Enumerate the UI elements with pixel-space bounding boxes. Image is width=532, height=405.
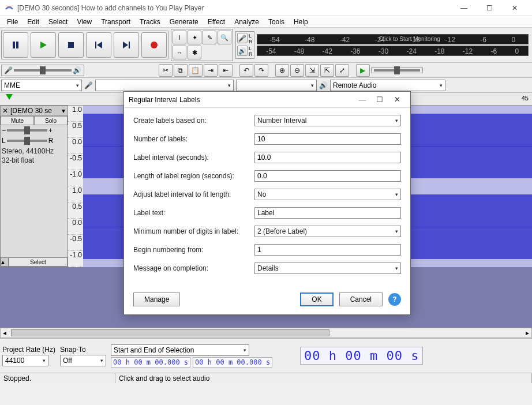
svg-marker-2 <box>40 42 47 48</box>
playback-speed[interactable] <box>371 68 423 73</box>
play-button[interactable] <box>31 32 56 58</box>
horizontal-scrollbar[interactable]: ◂▸ <box>0 328 532 338</box>
app-icon <box>5 3 14 13</box>
digits-label: Minimum number of digits in label: <box>133 227 254 235</box>
select-track-button[interactable]: Select <box>9 257 68 267</box>
based-on-label: Create labels based on: <box>133 117 254 125</box>
menu-tracks[interactable]: Tracks <box>135 17 165 27</box>
fit-selection-button[interactable]: ⇲ <box>305 64 319 77</box>
trim-button[interactable]: ⇥ <box>204 64 218 77</box>
silence-button[interactable]: ⇤ <box>219 64 233 77</box>
cut-button[interactable]: ✂ <box>159 64 173 77</box>
audio-host-combo[interactable]: MME <box>1 80 82 91</box>
menu-help[interactable]: Help <box>289 17 313 27</box>
fit-project-button[interactable]: ⇱ <box>320 64 334 77</box>
snap-to-label: Snap-To <box>60 346 106 354</box>
tools-toolbar: I ✦ ✎ 🔍 ↔ ✱ <box>171 29 233 61</box>
selection-start-time[interactable]: 00 h 00 m 00.000 s <box>111 357 190 367</box>
menu-tools[interactable]: Tools <box>264 17 289 27</box>
begin-input[interactable] <box>254 244 401 256</box>
zoom-tool[interactable]: 🔍 <box>218 31 231 44</box>
status-bar: Stopped. Click and drag to select audio <box>0 373 532 383</box>
playhead-icon[interactable] <box>6 94 13 100</box>
ok-button[interactable]: OK <box>300 292 333 306</box>
based-on-combo[interactable]: Number Interval <box>254 115 401 126</box>
menubar: File Edit Select View Transport Tracks G… <box>0 16 532 28</box>
speaker-icon: 🔊 <box>319 81 328 89</box>
svg-rect-7 <box>129 42 130 48</box>
project-rate-label: Project Rate (Hz) <box>2 346 55 354</box>
completion-combo[interactable]: Details <box>254 262 401 274</box>
label-text-input[interactable] <box>254 207 401 219</box>
manage-button[interactable]: Manage <box>133 292 180 306</box>
collapse-button[interactable]: ▴ <box>1 257 9 267</box>
menu-transport[interactable]: Transport <box>96 17 135 27</box>
selection-mode-combo[interactable]: Start and End of Selection <box>111 344 249 356</box>
svg-rect-0 <box>13 42 15 48</box>
adjust-combo[interactable]: No <box>254 189 401 200</box>
zoom-in-button[interactable]: ⊕ <box>275 64 289 77</box>
completion-label: Message on completion: <box>133 264 254 272</box>
copy-button[interactable]: ⧉ <box>174 64 188 77</box>
record-button[interactable] <box>141 32 167 58</box>
skip-end-button[interactable] <box>114 32 139 58</box>
recording-channels-combo[interactable] <box>236 80 317 91</box>
cancel-button[interactable]: Cancel <box>339 292 383 306</box>
help-button[interactable]: ? <box>388 293 401 306</box>
digits-combo[interactable]: 2 (Before Label) <box>254 226 401 237</box>
draw-tool[interactable]: ✎ <box>203 31 216 44</box>
menu-file[interactable]: File <box>2 17 23 27</box>
snap-to-combo[interactable]: Off <box>60 355 106 366</box>
selection-end-time[interactable]: 00 h 00 m 00.000 s <box>193 357 272 367</box>
mic-icon: 🎤 <box>84 81 93 89</box>
timeshift-tool[interactable]: ↔ <box>173 46 186 59</box>
track-close-button[interactable]: ✕ <box>1 107 9 115</box>
interval-input[interactable] <box>254 152 401 163</box>
mixer-edit-toolbar: 🎤🔊 ✂ ⧉ 📋 ⇥ ⇤ ↶ ↷ ⊕ ⊖ ⇲ ⇱ ⤢ ▶ <box>0 63 532 78</box>
recording-volume[interactable]: 🎤🔊 <box>1 65 84 76</box>
zoom-toggle-button[interactable]: ⤢ <box>335 64 349 77</box>
project-rate-combo[interactable]: 44100 <box>2 355 48 366</box>
playback-meter[interactable]: -54-48-42-36-30-24-18-12-60 <box>257 46 529 56</box>
selection-tool[interactable]: I <box>173 31 186 44</box>
dialog-close-button[interactable]: ✕ <box>388 95 406 104</box>
track-control-panel: ✕ [DEMO 30 se ▾ Mute Solo −+ LR Stereo, … <box>0 106 68 267</box>
gain-slider[interactable]: −+ <box>1 125 68 136</box>
num-labels-input[interactable] <box>254 133 401 145</box>
undo-button[interactable]: ↶ <box>239 64 253 77</box>
adjust-label: Adjust label interval to fit length: <box>133 190 254 198</box>
audio-position-time[interactable]: 00 h 00 m 00 s <box>300 347 423 365</box>
play-at-speed-button[interactable]: ▶ <box>356 64 370 77</box>
region-input[interactable] <box>254 170 401 182</box>
multi-tool[interactable]: ✱ <box>188 46 201 59</box>
minimize-button[interactable]: — <box>451 0 477 16</box>
vertical-scale: 1.00.50.0-0.5-1.0 <box>68 106 83 186</box>
recording-meter[interactable]: Click to Start Monitoring -54-48-42-24-1… <box>257 34 529 44</box>
pause-button[interactable] <box>3 32 28 58</box>
menu-select[interactable]: Select <box>44 17 72 27</box>
playback-device-combo[interactable]: Remote Audio <box>330 80 445 91</box>
track-bit-depth: 32-bit float <box>2 156 66 166</box>
redo-button[interactable]: ↷ <box>254 64 268 77</box>
dialog-minimize-button[interactable]: — <box>354 95 371 104</box>
recording-device-combo[interactable] <box>95 80 234 91</box>
track-menu-button[interactable]: ▾ <box>60 107 67 115</box>
mute-button[interactable]: Mute <box>1 116 34 125</box>
solo-button[interactable]: Solo <box>34 116 68 125</box>
zoom-out-button[interactable]: ⊖ <box>290 64 304 77</box>
menu-analyze[interactable]: Analyze <box>230 17 264 27</box>
track-name[interactable]: [DEMO 30 se <box>9 107 60 115</box>
menu-effect[interactable]: Effect <box>203 17 230 27</box>
pan-slider[interactable]: LR <box>1 136 68 146</box>
paste-button[interactable]: 📋 <box>189 64 203 77</box>
svg-marker-5 <box>97 42 102 48</box>
menu-generate[interactable]: Generate <box>165 17 203 27</box>
dialog-maximize-button[interactable]: ☐ <box>371 95 388 104</box>
maximize-button[interactable]: ☐ <box>477 0 502 16</box>
stop-button[interactable] <box>58 32 84 58</box>
close-button[interactable]: ✕ <box>502 0 527 16</box>
envelope-tool[interactable]: ✦ <box>188 31 201 44</box>
menu-view[interactable]: View <box>72 17 96 27</box>
skip-start-button[interactable] <box>86 32 111 58</box>
menu-edit[interactable]: Edit <box>23 17 44 27</box>
